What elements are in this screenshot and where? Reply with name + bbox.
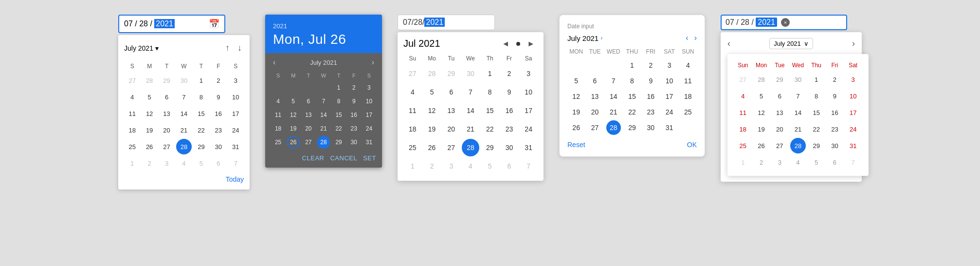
cal3-prev-btn[interactable]: ◄ [499,38,512,49]
calendar-day[interactable]: 17 [363,109,375,121]
calendar-day[interactable]: 13 [302,109,315,121]
calendar-day[interactable]: 19 [569,105,583,119]
calendar-day[interactable]: 27 [159,139,175,154]
calendar-day[interactable]: 16 [827,105,842,120]
calendar-day[interactable]: 21 [790,121,806,137]
cal2-next-btn[interactable]: › [370,57,376,68]
calendar-day[interactable]: 24 [228,122,243,138]
calendar-day[interactable]: 31 [845,138,861,153]
cal2-set-btn[interactable]: SET [363,154,376,162]
calendar-day[interactable]: 2 [142,155,157,171]
calendar-day[interactable]: 6 [302,95,315,108]
calendar-day[interactable]: 2 [643,58,658,73]
calendar-day[interactable]: 9 [211,89,226,105]
calendar-day[interactable]: 26 [423,139,441,156]
calendar-day[interactable]: 19 [287,122,300,135]
calendar-day[interactable]: 28 [606,120,621,135]
calendar-day[interactable]: 14 [790,105,806,120]
calendar-day[interactable]: 22 [625,105,639,119]
calendar-day[interactable]: 2 [754,154,769,170]
calendar-day[interactable]: 11 [125,106,140,121]
cal3-date-input[interactable]: 07/28/2021 [398,15,495,30]
calendar-day[interactable]: 14 [176,106,192,121]
calendar-day[interactable]: 24 [363,122,375,135]
calendar-day[interactable]: 10 [520,83,537,101]
calendar-day[interactable]: 23 [347,122,360,135]
calendar-day[interactable]: 27 [302,136,315,149]
calendar-day[interactable]: 25 [272,136,285,149]
calendar-day[interactable]: 12 [142,106,157,121]
calendar-day[interactable]: 24 [662,105,677,119]
calendar-day[interactable]: 29 [442,65,460,82]
calendar-day[interactable]: 25 [125,139,140,154]
calendar-day[interactable]: 28 [462,139,479,156]
calendar-day[interactable]: 2 [500,65,518,82]
calendar-day[interactable]: 1 [332,81,345,94]
cal1-next-btn[interactable]: ↓ [236,41,244,55]
calendar-day[interactable]: 3 [159,155,175,171]
calendar-day[interactable]: 19 [142,122,157,138]
calendar-day[interactable]: 17 [845,105,861,120]
calendar-day[interactable]: 30 [462,65,479,82]
calendar-day[interactable]: 4 [176,155,192,171]
calendar-day[interactable]: 23 [500,120,518,138]
calendar-day[interactable]: 10 [662,74,677,88]
calendar-day[interactable]: 5 [142,89,157,105]
calendar-day[interactable]: 1 [809,72,824,87]
calendar-day[interactable]: 16 [643,89,658,104]
calendar-day[interactable]: 9 [347,95,360,108]
calendar-day[interactable]: 18 [681,89,695,104]
calendar-day[interactable]: 28 [754,72,769,87]
calendar-day[interactable]: 5 [423,83,441,101]
calendar-day[interactable]: 12 [423,102,441,119]
cal1-today-btn[interactable]: Today [226,175,244,183]
calendar-day[interactable]: 29 [809,138,824,153]
calendar-day[interactable]: 4 [272,95,285,108]
calendar-day[interactable]: 11 [272,109,285,121]
calendar-day[interactable]: 13 [159,106,175,121]
calendar-day[interactable]: 28 [790,138,806,153]
calendar-day[interactable]: 29 [625,120,639,135]
calendar-day[interactable]: 1 [125,155,140,171]
calendar-day[interactable]: 5 [193,155,209,171]
calendar-day[interactable]: 11 [681,74,695,88]
calendar-day[interactable]: 3 [772,154,787,170]
cal2-clear-btn[interactable]: CLEAR [302,154,325,162]
calendar-day[interactable]: 16 [347,109,360,121]
calendar-day[interactable]: 7 [520,157,537,175]
calendar-day[interactable]: 26 [142,139,157,154]
calendar-day[interactable]: 13 [772,105,787,120]
calendar-day[interactable]: 4 [462,157,479,175]
cal4-reset-btn[interactable]: Reset [567,141,585,149]
calendar-day[interactable]: 30 [500,139,518,156]
calendar-day[interactable]: 30 [211,139,226,154]
calendar-day[interactable]: 26 [754,138,769,153]
calendar-day[interactable]: 15 [481,102,499,119]
calendar-day[interactable]: 28 [142,73,157,88]
calendar-day[interactable]: 2 [827,72,842,87]
calendar-day[interactable]: 1 [625,58,639,73]
calendar-day[interactable]: 23 [211,122,226,138]
cal5-close-btn[interactable]: × [781,18,790,27]
calendar-day[interactable]: 12 [287,109,300,121]
calendar-day[interactable]: 29 [332,136,345,149]
calendar-day[interactable]: 30 [347,136,360,149]
cal3-next-btn[interactable]: ► [524,38,538,49]
calendar-day[interactable]: 14 [317,109,330,121]
calendar-day[interactable]: 27 [404,65,421,82]
calendar-day[interactable]: 20 [587,105,602,119]
cal5-prev-btn[interactable]: ‹ [727,38,730,49]
calendar-day[interactable]: 9 [827,88,842,104]
calendar-day[interactable]: 10 [228,89,243,105]
calendar-day[interactable]: 7 [462,83,479,101]
calendar-day[interactable]: 20 [302,122,315,135]
calendar-day[interactable]: 28 [176,139,192,154]
calendar-day[interactable]: 1 [404,157,421,175]
calendar-day[interactable]: 21 [317,122,330,135]
calendar-day[interactable]: 6 [587,74,602,88]
calendar-day[interactable]: 22 [809,121,824,137]
calendar-day[interactable]: 7 [606,74,621,88]
calendar-day[interactable]: 26 [287,136,300,149]
calendar-day[interactable]: 2 [423,157,441,175]
cal4-month-label[interactable]: July 2021 › [567,34,602,42]
